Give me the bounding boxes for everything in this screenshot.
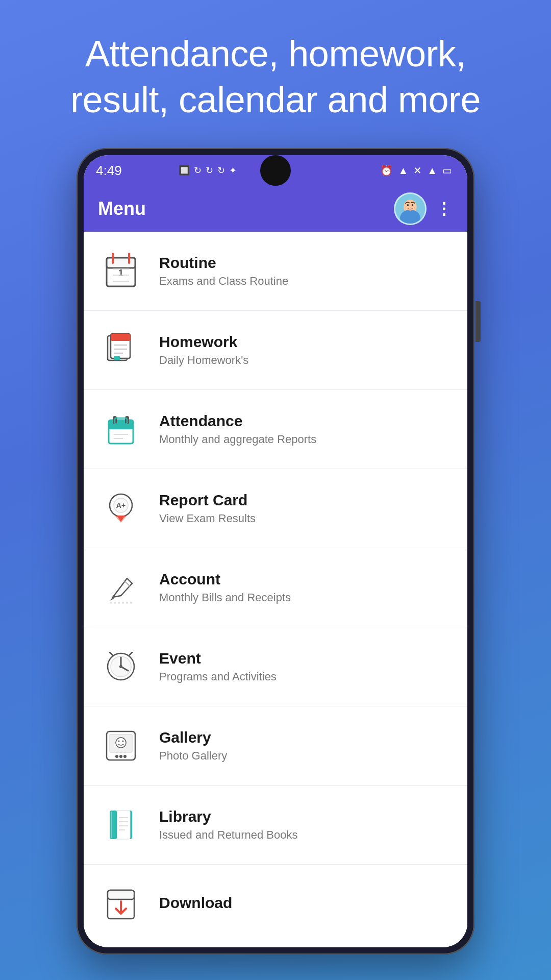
svg-rect-49 xyxy=(112,811,117,839)
event-subtitle: Programs and Activities xyxy=(159,670,453,683)
svg-rect-16 xyxy=(111,334,130,341)
svg-point-42 xyxy=(118,741,120,742)
svg-point-5 xyxy=(412,204,414,206)
account-title: Account xyxy=(159,571,453,588)
app-bar: Menu ⋮ xyxy=(84,186,467,232)
event-icon xyxy=(98,644,144,690)
sync-icon3: ↻ xyxy=(217,165,225,176)
svg-point-41 xyxy=(116,738,126,748)
app-bar-title: Menu xyxy=(98,198,394,219)
svg-line-38 xyxy=(129,652,132,655)
report-card-text: Report Card View Exam Results xyxy=(159,492,453,525)
event-title: Event xyxy=(159,650,453,667)
attendance-subtitle: Monthly and aggregate Reports xyxy=(159,433,453,446)
battery-icon: 🔲 xyxy=(179,165,190,176)
report-card-icon: A+ xyxy=(98,485,144,531)
account-text: Account Monthly Bills and Receipts xyxy=(159,571,453,604)
menu-item-event[interactable]: Event Programs and Activities xyxy=(84,627,467,706)
homework-title: Homework xyxy=(159,333,453,351)
signal-icon: ▲ xyxy=(427,165,437,177)
svg-point-46 xyxy=(123,755,127,758)
svg-point-4 xyxy=(407,204,409,206)
gallery-title: Gallery xyxy=(159,729,453,746)
svg-rect-55 xyxy=(108,890,134,899)
menu-item-library[interactable]: Library Issued and Returned Books xyxy=(84,786,467,865)
status-icons: ⏰ ▲ ✕ ▲ ▭ xyxy=(380,164,452,177)
routine-text: Routine Exams and Class Routine xyxy=(159,254,453,288)
menu-item-report-card[interactable]: A+ Report Card View Exam Results xyxy=(84,469,467,548)
phone-shell: 4:49 🔲 ↻ ↻ ↻ ✦ ⏰ ▲ ✕ ▲ ▭ Menu xyxy=(77,148,474,954)
attendance-icon xyxy=(98,406,144,452)
svg-line-37 xyxy=(110,652,113,655)
signal-x-icon: ✕ xyxy=(413,164,422,177)
more-options-icon[interactable]: ⋮ xyxy=(436,199,453,218)
homework-text: Homework Daily Homework's xyxy=(159,333,453,367)
attendance-text: Attendance Monthly and aggregate Reports xyxy=(159,412,453,446)
routine-title: Routine xyxy=(159,254,453,272)
svg-rect-7 xyxy=(107,258,135,268)
library-text: Library Issued and Returned Books xyxy=(159,808,453,842)
report-card-subtitle: View Exam Results xyxy=(159,512,453,525)
svg-point-44 xyxy=(115,755,118,758)
svg-rect-20 xyxy=(114,356,120,360)
download-title: Download xyxy=(159,894,453,912)
menu-item-download[interactable]: Download xyxy=(84,865,467,944)
report-card-title: Report Card xyxy=(159,492,453,509)
event-text: Event Programs and Activities xyxy=(159,650,453,683)
menu-item-account[interactable]: Account Monthly Bills and Receipts xyxy=(84,548,467,627)
gallery-subtitle: Photo Gallery xyxy=(159,749,453,763)
battery-icon: ▭ xyxy=(442,164,452,177)
library-title: Library xyxy=(159,808,453,825)
sync-icon1: ↻ xyxy=(194,165,202,176)
avatar[interactable] xyxy=(394,192,427,225)
phone-screen: 4:49 🔲 ↻ ↻ ↻ ✦ ⏰ ▲ ✕ ▲ ▭ Menu xyxy=(84,155,467,947)
status-left-icons: 🔲 ↻ ↻ ↻ ✦ xyxy=(179,165,237,176)
library-icon xyxy=(98,802,144,848)
status-time: 4:49 xyxy=(96,163,122,179)
sync-icon2: ↻ xyxy=(206,165,213,176)
homework-icon xyxy=(98,327,144,373)
download-icon xyxy=(98,881,144,927)
menu-item-homework[interactable]: Homework Daily Homework's xyxy=(84,311,467,390)
notch xyxy=(260,155,291,186)
svg-text:A+: A+ xyxy=(116,501,126,509)
svg-point-36 xyxy=(119,665,122,668)
routine-subtitle: Exams and Class Routine xyxy=(159,275,453,288)
library-subtitle: Issued and Returned Books xyxy=(159,828,453,842)
download-text: Download xyxy=(159,894,453,915)
gallery-text: Gallery Photo Gallery xyxy=(159,729,453,763)
wifi-icon: ▲ xyxy=(398,165,408,177)
menu-item-routine[interactable]: 1 Routine Exams and Class Routine xyxy=(84,232,467,311)
account-icon xyxy=(98,565,144,610)
slack-icon: ✦ xyxy=(229,165,237,176)
homework-subtitle: Daily Homework's xyxy=(159,354,453,367)
menu-item-gallery[interactable]: Gallery Photo Gallery xyxy=(84,706,467,786)
alarm-icon: ⏰ xyxy=(380,164,393,177)
menu-list: 1 Routine Exams and Class Routine xyxy=(84,232,467,947)
hero-text: Attendance, homework, result, calendar a… xyxy=(0,0,551,148)
account-subtitle: Monthly Bills and Receipts xyxy=(159,591,453,604)
routine-icon: 1 xyxy=(98,248,144,294)
svg-point-43 xyxy=(122,741,124,742)
gallery-icon xyxy=(98,723,144,769)
svg-point-45 xyxy=(119,755,122,758)
attendance-title: Attendance xyxy=(159,412,453,430)
menu-item-attendance[interactable]: Attendance Monthly and aggregate Reports xyxy=(84,390,467,469)
